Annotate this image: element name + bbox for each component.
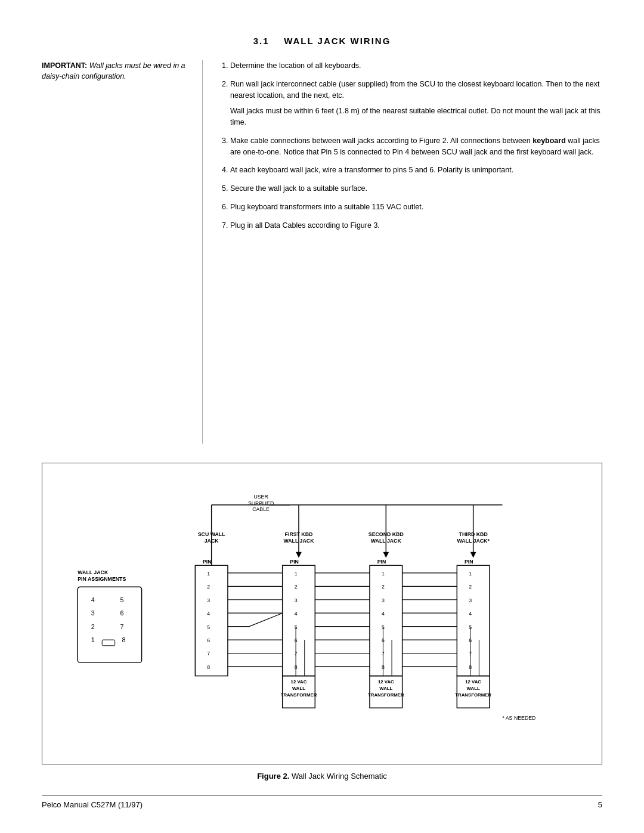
fst-p2: 2 xyxy=(295,584,298,590)
scu-p7: 7 xyxy=(207,651,210,657)
pin-notch xyxy=(102,640,114,646)
pin-1: 1 xyxy=(91,636,95,643)
scu-pin-header: PIN xyxy=(203,559,212,565)
third-kbd-arrow xyxy=(470,552,476,558)
sec-p1: 1 xyxy=(382,571,385,577)
scu-p8: 8 xyxy=(207,664,210,670)
sec-p4: 4 xyxy=(382,611,385,617)
second-kbd-arrow xyxy=(383,552,389,558)
thd-p1: 1 xyxy=(469,571,472,577)
step-2-subpara: Wall jacks must be within 6 feet (1.8 m)… xyxy=(230,106,602,128)
pin-box xyxy=(78,587,141,662)
wire-5-cross xyxy=(249,613,283,626)
step-3: Make cable connections between wall jack… xyxy=(230,135,602,158)
fst-xfmr-label1: 12 VAC xyxy=(291,679,307,685)
scu-p5: 5 xyxy=(207,624,210,630)
pin-3: 3 xyxy=(91,609,95,617)
third-box xyxy=(457,565,490,676)
pin-8: 8 xyxy=(122,636,125,643)
right-column: Determine the location of all keyboards.… xyxy=(203,60,602,444)
step-4-text: At each keyboard wall jack, wire a trans… xyxy=(230,166,513,174)
step-1-text: Determine the location of all keyboards. xyxy=(230,61,361,70)
steps-list: Determine the location of all keyboards.… xyxy=(219,60,602,231)
wj-label-2: PIN ASSIGNMENTS xyxy=(78,575,126,581)
fst-xfmr-label3: TRANSFORMER xyxy=(281,692,317,697)
step-6: Plug keyboard transformers into a suitab… xyxy=(230,202,602,213)
thd-p3: 3 xyxy=(469,597,472,603)
step-2-text: Run wall jack interconnect cable (user s… xyxy=(230,80,600,100)
step-4: At each keyboard wall jack, wire a trans… xyxy=(230,165,602,176)
scu-p2: 2 xyxy=(207,584,210,590)
section-heading: 3.1 WALL JACK WIRING xyxy=(42,36,602,46)
pin-7: 7 xyxy=(120,623,123,630)
footer-right: 5 xyxy=(598,800,602,809)
thd-xfmr-label2: WALL xyxy=(467,686,480,691)
first-kbd-arrow xyxy=(296,552,302,558)
sec-xfmr-label3: TRANSFORMER xyxy=(368,692,404,697)
wiring-diagram: WALL JACK PIN ASSIGNMENTS 4 5 3 6 2 7 1 … xyxy=(60,475,584,754)
second-box xyxy=(370,565,402,676)
thd-xfmr-label1: 12 VAC xyxy=(465,679,481,685)
important-label: IMPORTANT: xyxy=(42,61,87,70)
sec-xfmr-label2: WALL xyxy=(379,686,392,691)
step-5: Secure the wall jack to a suitable surfa… xyxy=(230,183,602,194)
thd-p4: 4 xyxy=(469,611,472,617)
pin-2: 2 xyxy=(91,623,95,630)
third-pin-header: PIN xyxy=(465,559,473,565)
scu-p6: 6 xyxy=(207,637,210,643)
important-note: IMPORTANT: Wall jacks must be wired in a… xyxy=(42,60,190,82)
content-columns: IMPORTANT: Wall jacks must be wired in a… xyxy=(42,60,602,444)
wj-label-1: WALL JACK xyxy=(78,569,109,575)
pin-4: 4 xyxy=(91,596,95,603)
diagram-caption: Figure 2. Wall Jack Wiring Schematic xyxy=(42,772,602,781)
user-supplied-label: USER xyxy=(253,494,268,500)
as-needed: * AS NEEDED xyxy=(502,714,535,720)
step-5-text: Secure the wall jack to a suitable surfa… xyxy=(230,184,367,193)
scu-p1: 1 xyxy=(207,571,210,577)
section-number: 3.1 xyxy=(253,36,270,46)
scu-p3: 3 xyxy=(207,597,210,603)
fst-p3: 3 xyxy=(295,597,298,603)
caption-text: Wall Jack Wiring Schematic xyxy=(289,772,387,781)
step-7: Plug in all Data Cables according to Fig… xyxy=(230,220,602,231)
user-supplied-label3: CABLE xyxy=(252,506,270,512)
sec-p2: 2 xyxy=(382,584,385,590)
section-title: WALL JACK WIRING xyxy=(284,36,391,46)
diagram-box: WALL JACK PIN ASSIGNMENTS 4 5 3 6 2 7 1 … xyxy=(42,463,602,764)
first-pin-header: PIN xyxy=(290,559,299,565)
step-6-text: Plug keyboard transformers into a suitab… xyxy=(230,203,423,211)
step-2: Run wall jack interconnect cable (user s… xyxy=(230,79,602,128)
sec-p3: 3 xyxy=(382,597,385,603)
thd-p2: 2 xyxy=(469,584,472,590)
step-7-text: Plug in all Data Cables according to Fig… xyxy=(230,221,380,230)
footer-left: Pelco Manual C527M (11/97) xyxy=(42,800,143,809)
step-1: Determine the location of all keyboards. xyxy=(230,60,602,72)
page: 3.1 WALL JACK WIRING IMPORTANT: Wall jac… xyxy=(0,0,644,833)
fst-p1: 1 xyxy=(295,571,298,577)
page-footer: Pelco Manual C527M (11/97) 5 xyxy=(42,795,602,809)
pin-6: 6 xyxy=(120,609,123,617)
fst-xfmr-label2: WALL xyxy=(292,686,305,691)
fst-p4: 4 xyxy=(295,611,298,617)
left-column: IMPORTANT: Wall jacks must be wired in a… xyxy=(42,60,203,444)
diagram-section: WALL JACK PIN ASSIGNMENTS 4 5 3 6 2 7 1 … xyxy=(42,463,602,781)
caption-prefix: Figure 2. xyxy=(257,772,289,781)
sec-xfmr-label1: 12 VAC xyxy=(378,679,394,685)
scu-p4: 4 xyxy=(207,611,210,617)
step-3-text: Make cable connections between wall jack… xyxy=(230,137,600,156)
thd-xfmr-label3: TRANSFORMER xyxy=(455,692,491,697)
first-box xyxy=(283,565,315,676)
pin-5: 5 xyxy=(120,596,123,603)
scu-box xyxy=(195,565,228,676)
second-pin-header: PIN xyxy=(377,559,386,565)
